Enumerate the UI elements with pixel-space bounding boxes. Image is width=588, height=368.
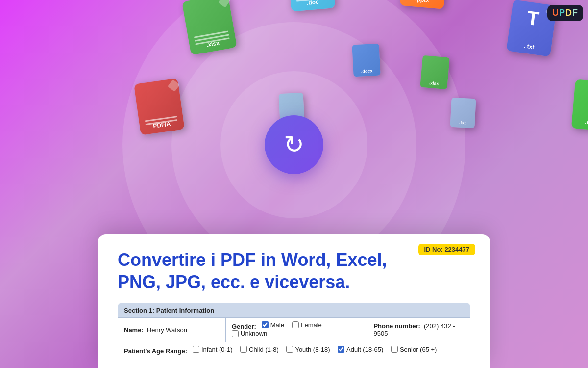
age-senior-text: Senior (65 +): [400, 346, 437, 353]
name-cell: Name: Henry Watson: [118, 317, 226, 342]
sync-button[interactable]: ↻: [265, 115, 323, 174]
gender-female-label[interactable]: Female: [292, 321, 322, 329]
gender-label: Gender:: [232, 322, 256, 330]
age-adult-checkbox[interactable]: [338, 346, 344, 353]
gender-male-text: Male: [270, 321, 284, 329]
file-icon-epub: e .epub: [571, 79, 588, 131]
logo-letter-p: P: [559, 8, 565, 18]
hero-title-line2: PNG, JPG, ecc. e viceversa.: [118, 272, 350, 292]
gender-unknown-text: Unknown: [241, 330, 267, 337]
phone-cell: Phone number: (202) 432 - 9505: [368, 317, 470, 342]
gender-unknown-label[interactable]: Unknown: [232, 330, 267, 337]
logo-letter-u: U: [552, 8, 559, 18]
file-icon-pdfa: PDF/A: [134, 78, 185, 135]
file-icon-xlsx-small: .xlsx: [420, 55, 449, 90]
age-adult-text: Adult (18-65): [346, 346, 383, 353]
logo-letter-f: F: [572, 8, 578, 18]
file-ext-doc: .doc: [291, 0, 335, 8]
gender-cell: Gender: Male Female Unknown: [226, 317, 368, 342]
file-ext-txt: . txt: [507, 40, 551, 53]
logo-letter-d: D: [565, 8, 572, 18]
file-ext-txt-sm: .txt: [450, 120, 475, 126]
age-senior-checkbox[interactable]: [391, 346, 398, 353]
patient-info-table: Section 1: Patient Information Name: Hen…: [118, 303, 470, 359]
age-youth-checkbox[interactable]: [286, 346, 293, 353]
updf-logo: UPDF: [547, 5, 583, 21]
age-cell: Patient's Age Range: Infant (0-1) Child …: [118, 342, 470, 358]
age-label: Patient's Age Range:: [124, 347, 187, 354]
age-infant-checkbox[interactable]: [193, 346, 199, 353]
age-adult-label[interactable]: Adult (18-65): [338, 346, 383, 353]
file-txt-letter: T: [526, 7, 540, 30]
age-child-text: Child (1-8): [249, 346, 279, 353]
file-icon-txt-small: .txt: [450, 98, 476, 129]
file-ext-xlsx-sm: .xlsx: [420, 80, 448, 87]
patient-age-row: Patient's Age Range: Infant (0-1) Child …: [118, 342, 470, 358]
age-infant-text: Infant (0-1): [201, 346, 233, 353]
age-infant-label[interactable]: Infant (0-1): [193, 346, 233, 353]
file-icon-docx-small: .docx: [352, 44, 380, 77]
sync-icon: ↻: [284, 131, 304, 159]
id-badge: ID No: 2234477: [418, 244, 476, 255]
age-youth-text: Youth (8-18): [295, 346, 330, 353]
gender-female-text: Female: [301, 321, 322, 329]
document-panel: ID No: 2234477 Convertire i PDF in Word,…: [98, 234, 490, 368]
gender-male-label[interactable]: Male: [262, 321, 284, 329]
gender-unknown-checkbox[interactable]: [232, 330, 239, 337]
file-icon-xlsx: .xlsx: [182, 0, 237, 55]
age-child-label[interactable]: Child (1-8): [240, 346, 279, 353]
gender-male-checkbox[interactable]: [262, 321, 269, 328]
file-icon-pptx: 📊 .pptx: [400, 0, 448, 9]
name-value: Henry Watson: [147, 326, 187, 334]
hero-title: Convertire i PDF in Word, Excel, PNG, JP…: [118, 249, 461, 293]
gender-female-checkbox[interactable]: [292, 321, 299, 328]
file-ext-docx-sm: .docx: [353, 68, 380, 75]
hero-title-line1: Convertire i PDF in Word, Excel,: [118, 250, 387, 270]
age-senior-label[interactable]: Senior (65 +): [391, 346, 437, 353]
name-label: Name:: [124, 326, 144, 334]
age-youth-label[interactable]: Youth (8-18): [286, 346, 330, 353]
patient-name-row: Name: Henry Watson Gender: Male Female U…: [118, 317, 470, 342]
section-header: Section 1: Patient Information: [118, 303, 470, 317]
phone-label: Phone number:: [373, 322, 420, 330]
age-child-checkbox[interactable]: [240, 346, 247, 353]
file-ext-epub: .epub: [572, 117, 588, 128]
file-ext-pptx: .pptx: [400, 0, 444, 5]
